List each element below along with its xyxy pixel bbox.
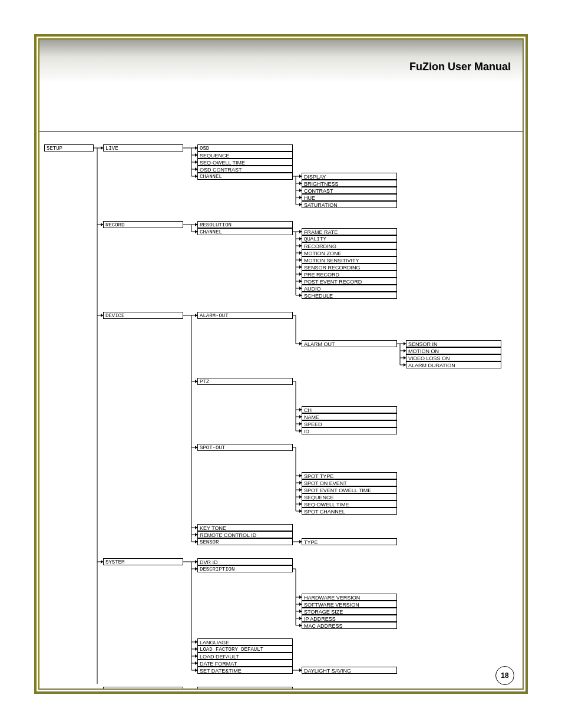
tree-node: ADMIN PASSWORD bbox=[197, 687, 293, 690]
menu-tree-diagram: SETUPLIVEOSDSEQUENCESEQ-OWELL TIMEOSD CO… bbox=[39, 140, 523, 684]
tree-node: SENSOR RECORDING bbox=[302, 263, 397, 271]
tree-node: DAYLIGHT SAVING bbox=[302, 667, 397, 674]
tree-node: SET DATE&TIME bbox=[197, 667, 293, 674]
tree-node: SPEED bbox=[302, 420, 397, 427]
tree-node: ALARM-OUT bbox=[197, 312, 293, 319]
tree-node: POST EVENT RECORD bbox=[302, 278, 397, 285]
tree-node: SPOT ON EVENT bbox=[302, 479, 397, 486]
tree-node: DESCRIPTION bbox=[197, 565, 293, 572]
tree-node: DISPLAY bbox=[302, 173, 397, 180]
divider bbox=[39, 131, 523, 132]
tree-node: ID bbox=[302, 427, 397, 434]
tree-node: SATURATION bbox=[302, 201, 397, 208]
tree-node: SENSOR bbox=[197, 538, 293, 545]
tree-node: STORAGE SIZE bbox=[302, 608, 397, 615]
tree-node: MOTION ON bbox=[406, 347, 501, 354]
tree-node: RECORD bbox=[103, 221, 183, 228]
tree-node: ALARM OUT bbox=[302, 340, 397, 347]
tree-node: DEVICE bbox=[103, 312, 183, 319]
page-number: 18 bbox=[495, 666, 514, 685]
tree-node: CONTRAST bbox=[302, 187, 397, 194]
page-title: FuZion User Manual bbox=[409, 61, 511, 73]
tree-node: MOTION SENSITIVITY bbox=[302, 256, 397, 263]
tree-node: RECORDING bbox=[302, 242, 397, 249]
tree-node: LANGUAGE bbox=[197, 638, 293, 645]
tree-node: LOAD FACTORY DEFAULT bbox=[197, 645, 293, 653]
tree-node: BRIGHTNESS bbox=[302, 180, 397, 187]
tree-node: SEQUENCE bbox=[302, 493, 397, 500]
tree-node: OSD CONTRAST bbox=[197, 166, 293, 173]
tree-node: PRE RECORD bbox=[302, 271, 397, 278]
tree-node: ALARM DURATION bbox=[406, 361, 501, 368]
tree-node: RESOLUTION bbox=[197, 221, 293, 228]
tree-node: PTZ bbox=[197, 378, 293, 385]
tree-node: SECURITY bbox=[103, 687, 183, 690]
tree-node: OSD bbox=[197, 144, 293, 151]
tree-node: SEQ-OWELL TIME bbox=[197, 159, 293, 166]
tree-node: KEY TONE bbox=[197, 524, 293, 531]
tree-node: MAC ADDRESS bbox=[302, 622, 397, 629]
tree-node: SEQ-DWELL TIME bbox=[302, 500, 397, 508]
tree-node: SOFTWARE VERSION bbox=[302, 601, 397, 608]
tree-node: AUDIO bbox=[302, 285, 397, 292]
tree-node: HUE bbox=[302, 194, 397, 201]
tree-node: DVR ID bbox=[197, 558, 293, 565]
tree-node: SENSOR IN bbox=[406, 340, 501, 347]
tree-node: MOTION ZONE bbox=[302, 249, 397, 256]
tree-node: VIDEO LOSS ON bbox=[406, 354, 501, 361]
tree-node: QUALITY bbox=[302, 235, 397, 242]
tree-node: FRAME RATE bbox=[302, 228, 397, 235]
tree-node: DATE FORMAT bbox=[197, 660, 293, 667]
tree-node: TYPE bbox=[302, 538, 397, 545]
tree-node: HARDWARE VERSION bbox=[302, 594, 397, 601]
tree-node: SEQUENCE bbox=[197, 151, 293, 159]
tree-node: SPOT EVENT OWELL TIME bbox=[302, 486, 397, 493]
tree-node: SYSTEM bbox=[103, 558, 183, 565]
tree-node: CHANNEL bbox=[197, 173, 293, 180]
tree-node: SPOT CHANNEL bbox=[302, 508, 397, 515]
tree-node: SCHEDULE bbox=[302, 292, 397, 299]
tree-node: NAME bbox=[302, 413, 397, 420]
tree-node: LIVE bbox=[103, 144, 183, 151]
tree-node: CHANNEL bbox=[197, 228, 293, 235]
tree-node: SPOT-OUT bbox=[197, 444, 293, 451]
tree-node: SPOT TYPE bbox=[302, 472, 397, 479]
tree-node: SETUP bbox=[44, 144, 94, 151]
tree-node: IP ADDRESS bbox=[302, 615, 397, 622]
tree-node: REMOTE CONTROL ID bbox=[197, 531, 293, 538]
tree-node: LOAD DEFAULT bbox=[197, 653, 293, 660]
tree-node: CH bbox=[302, 406, 397, 413]
